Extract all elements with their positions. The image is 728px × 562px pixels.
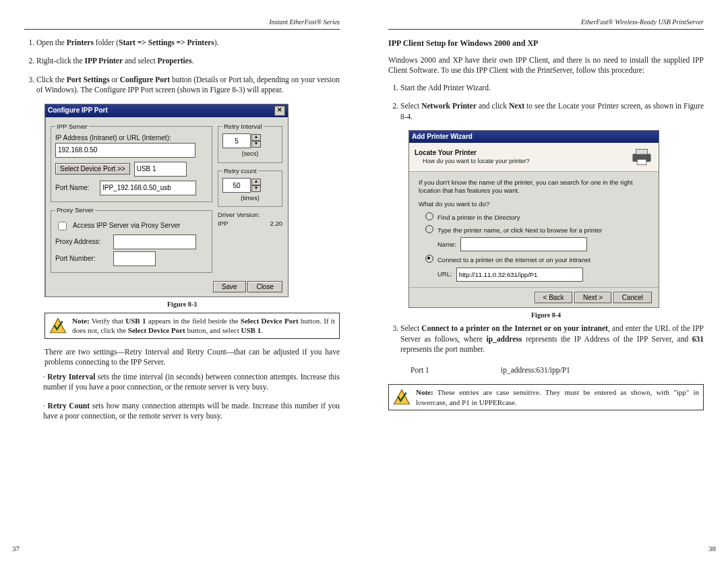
page-number-left: 37 xyxy=(12,544,20,554)
close-icon[interactable]: ✕ xyxy=(274,106,285,116)
banner-title: Locate Your Printer xyxy=(415,148,530,158)
select-device-port-button[interactable]: Select Device Port >> xyxy=(55,163,130,175)
page-number-right: 38 xyxy=(708,544,716,554)
right-steps-cont: Select Connect to a printer on the Inter… xyxy=(388,323,704,355)
port-table: Port 1ip_address:631/ipp/P1 xyxy=(408,363,572,378)
banner-subtitle: How do you want to locate your printer? xyxy=(423,157,530,165)
left-page: Instant EtherFast® Series Open the Print… xyxy=(0,0,364,562)
opt-directory[interactable]: Find a printer in the Directory xyxy=(425,212,649,222)
device-port-field[interactable] xyxy=(134,162,187,177)
back-button[interactable]: < Back xyxy=(535,292,573,303)
step-1: Open the Printers folder (Start => Setti… xyxy=(36,38,340,49)
svg-rect-2 xyxy=(636,149,647,154)
dialog-title: Configure IPP Port xyxy=(48,106,108,115)
right-intro: Windows 2000 and XP have their own IPP C… xyxy=(388,55,704,76)
left-header: Instant EtherFast® Series xyxy=(24,18,340,30)
ipp-server-group: IPP Server IP Address (Intranet) or URL … xyxy=(51,123,212,202)
svg-marker-0 xyxy=(51,319,66,333)
retry-bullets: Retry Interval sets the time interval (i… xyxy=(24,372,340,422)
step-2: Right-click the IPP Printer and select P… xyxy=(36,56,340,67)
retry-count-input[interactable] xyxy=(222,178,251,193)
retry-intro: There are two settings—Retry Interval an… xyxy=(44,347,340,368)
printer-url-input[interactable] xyxy=(456,268,583,282)
svg-marker-4 xyxy=(394,390,410,404)
retry-count-stepper[interactable]: ▲▼ xyxy=(251,179,261,192)
r-step-1: Start the Add Printer Wizard. xyxy=(400,83,704,94)
proxy-checkbox[interactable] xyxy=(58,222,67,230)
section-title: IPP Client Setup for Windows 2000 and XP xyxy=(388,38,704,49)
configure-ipp-port-dialog: Configure IPP Port ✕ IPP Server IP Addre… xyxy=(44,104,289,297)
port-name-input[interactable] xyxy=(100,181,196,195)
dialog-titlebar: Configure IPP Port ✕ xyxy=(45,104,288,117)
right-steps: Start the Add Printer Wizard. Select Net… xyxy=(388,83,704,123)
right-page: EtherFast® Wireless-Ready USB PrintServe… xyxy=(364,0,728,562)
right-header: EtherFast® Wireless-Ready USB PrintServe… xyxy=(388,18,704,30)
figure-8-4-caption: Figure 8-4 xyxy=(388,311,704,320)
r-step-2: Select Network Printer and click Next to… xyxy=(400,101,704,122)
next-button[interactable]: Next > xyxy=(574,292,611,303)
retry-count-group: Retry count ▲▼ (times) xyxy=(218,167,282,208)
warning-icon xyxy=(49,317,67,335)
warning-icon xyxy=(393,389,411,406)
svg-rect-3 xyxy=(637,159,646,164)
opt-type-name[interactable]: Type the printer name, or click Next to … xyxy=(425,224,649,235)
retry-interval-group: Retry Interval ▲▼ (secs) xyxy=(218,123,282,163)
proxy-port-input[interactable] xyxy=(113,251,156,266)
retry-interval-input[interactable] xyxy=(222,133,251,148)
proxy-address-input[interactable] xyxy=(113,235,196,249)
ip-address-input[interactable] xyxy=(55,143,195,158)
r-step-3: Select Connect to a printer on the Inter… xyxy=(400,323,704,355)
note-box-left: Note: Verify that USB 1 appears in the f… xyxy=(44,313,340,339)
add-printer-wizard-dialog: Add Printer Wizard Locate Your Printer H… xyxy=(408,130,659,308)
figure-8-3-caption: Figure 8-3 xyxy=(24,300,340,309)
retry-interval-stepper[interactable]: ▲▼ xyxy=(251,134,261,148)
printer-name-input[interactable] xyxy=(460,237,587,251)
proxy-server-group: Proxy Server Access IPP Server via Proxy… xyxy=(51,206,212,273)
step-3: Click the Port Settings or Configure Por… xyxy=(36,75,340,96)
cancel-button[interactable]: Cancel xyxy=(613,292,652,303)
left-steps: Open the Printers folder (Start => Setti… xyxy=(24,38,340,96)
close-button[interactable]: Close xyxy=(247,281,282,292)
opt-internet[interactable]: Connect to a printer on the Internet or … xyxy=(425,254,649,264)
note-box-right: Note: These entries are case sensitive. … xyxy=(388,384,704,410)
save-button[interactable]: Save xyxy=(213,281,246,292)
dialog2-titlebar: Add Printer Wizard xyxy=(409,131,659,143)
printer-icon xyxy=(630,147,653,167)
